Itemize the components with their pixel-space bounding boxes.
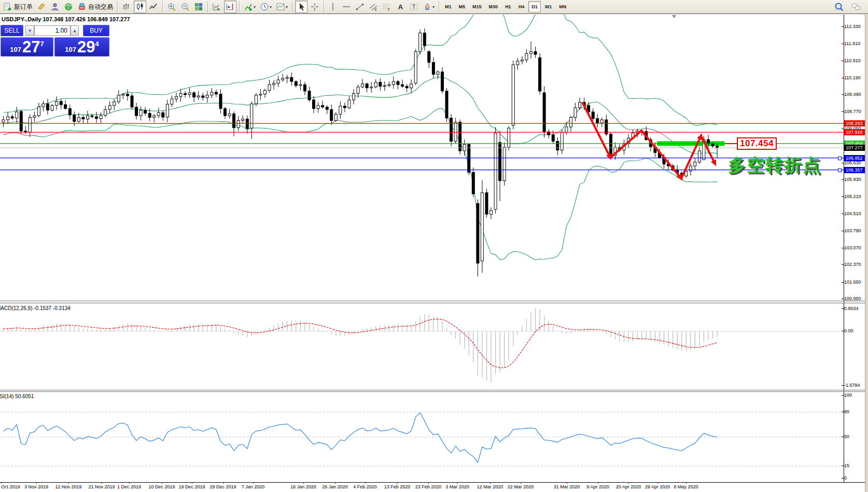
indicators-button[interactable]: ▾ [242,1,257,13]
trendline-button[interactable] [354,1,366,13]
window-scrollbar[interactable] [865,15,868,492]
pane-separator[interactable] [0,301,868,301]
auto-trading-button[interactable]: 自动交易 [76,1,115,13]
bollinger-lower-band [4,108,718,260]
date-tick-label: 16 Jan 2020 [290,484,316,489]
pane-separator[interactable] [0,390,868,390]
tf-h4[interactable]: H4 [515,1,528,12]
svg-text:E: E [375,8,377,11]
support-line-2-handle[interactable] [838,168,842,172]
auto-scroll-button[interactable] [211,1,223,13]
crosshair-button[interactable] [309,1,321,13]
fibo-icon: F [382,2,391,11]
chart-shift-button[interactable] [224,1,236,13]
candlestick-chart-button[interactable] [134,1,146,13]
volume-increase-button[interactable]: ▲ [71,25,79,36]
price-tick: 108.770 [844,109,861,114]
rsi-pane [0,392,844,482]
search-button[interactable] [833,1,845,13]
tf-m5[interactable]: M5 [456,1,469,12]
one-click-trading-panel: SELL ▼ ▲ BUY 107 27 7 107 29 4 [1,24,109,57]
date-tick-label: Oct 2019 [1,484,20,489]
tile-windows-button[interactable] [192,1,205,13]
svg-text:F: F [388,8,390,11]
buy-price-sup: 4 [95,40,99,48]
sell-button[interactable]: SELL [1,25,23,36]
sell-price-main: 27 [22,39,40,55]
note-text[interactable]: 多空转折点 [728,153,821,177]
toolbar-separator [162,1,163,12]
volume-input[interactable] [34,25,71,36]
svg-text:T: T [412,4,416,10]
cursor-button[interactable] [295,1,307,13]
price-callout[interactable]: 107.454 [737,137,777,150]
text-label-button[interactable]: T [408,1,420,13]
text-t-icon: T [409,2,418,11]
date-tick-label: 1 Dec 2019 [117,484,141,489]
toolbar-separator [117,1,118,12]
price-tick: 105.210 [844,194,861,199]
equidistant-channel-button[interactable]: E [367,1,380,13]
tf-d1[interactable]: D1 [528,1,541,12]
price-tick: 110.190 [844,75,861,80]
fibonacci-button[interactable]: F [381,1,393,13]
line-icon [149,2,158,11]
macd-signal-line [4,319,718,368]
volume-decrease-button[interactable]: ▼ [25,25,34,36]
hline-icon [342,2,351,11]
date-tick-label: 20 Apr 2020 [616,484,641,489]
tf-mn[interactable]: MN [556,1,569,12]
date-tick-label: 13 Feb 2020 [384,484,411,489]
pane-separator[interactable] [0,303,868,303]
sell-price-prefix: 107 [10,46,21,53]
toolbar-separator [207,1,208,12]
svg-text:A: A [398,3,403,11]
periods-button[interactable]: ▾ [258,1,273,13]
tf-m30[interactable]: M30 [486,1,501,12]
caret-down-icon: ▾ [286,5,288,9]
price-tick: 112.330 [844,24,861,29]
clock-icon [260,2,269,11]
text-button[interactable]: A [394,1,407,13]
rsi-level-15: 15 [844,463,849,468]
date-tick-label: 8 May 2020 [674,484,698,489]
autoscroll-icon [212,2,221,11]
styler-button[interactable] [35,1,48,13]
buy-price-display[interactable]: 107 29 4 [54,37,109,57]
caret-down-icon: ▾ [432,5,435,9]
line-chart-button[interactable] [147,1,160,13]
zoom-in-button[interactable] [165,1,178,13]
sell-price-display[interactable]: 107 27 7 [1,37,53,57]
bars-icon [122,2,131,11]
tf-m1[interactable]: M1 [442,1,455,12]
chart-shift-marker[interactable] [672,15,676,18]
chart-title: USDJPY-,Daily 107.348 107.426 106.849 10… [2,16,130,22]
bar-chart-button[interactable] [120,1,133,13]
pane-separator[interactable] [0,391,868,392]
zoom-out-button[interactable] [179,1,191,13]
tf-w1[interactable]: W1 [542,1,555,12]
tf-m15[interactable]: M15 [469,1,485,12]
template-icon [276,2,285,11]
shapes-icon [423,2,432,11]
support-line-1-handle[interactable] [838,157,842,160]
new-order-button[interactable]: 新订单 [2,1,34,13]
date-tick-label: 31 Mar 2020 [554,484,580,489]
sell-price-sup: 7 [40,40,44,48]
signals-button[interactable] [62,1,75,13]
date-tick-label: 7 Jan 2020 [242,484,265,489]
rsi-line [4,413,718,462]
zoom-out-icon [180,2,190,11]
tf-h1[interactable]: H1 [502,1,514,12]
templates-button[interactable]: ▾ [274,1,289,13]
profiles-button[interactable] [49,1,61,13]
price-chart-pane [0,15,844,301]
chat-button[interactable] [850,1,862,13]
rsi-scale-0: 0 [844,475,847,481]
buy-price-main: 29 [77,39,95,55]
vertical-line-button[interactable] [327,1,339,13]
buy-button[interactable]: BUY [83,25,109,36]
horizontal-line-button[interactable] [340,1,353,13]
arrows-button[interactable]: ▾ [421,1,436,13]
macd-scale-min: -1.5784 [844,383,860,388]
